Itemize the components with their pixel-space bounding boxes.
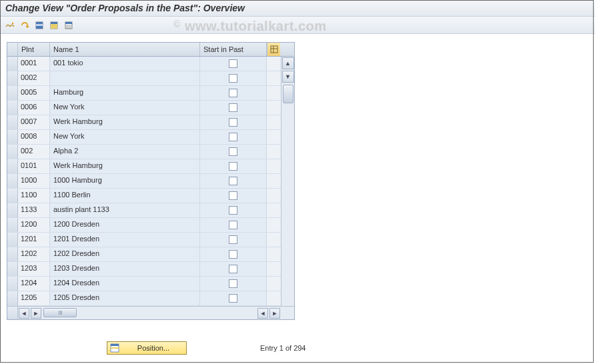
checkbox[interactable] — [229, 162, 237, 171]
scroll-up-button[interactable]: ▲ — [282, 57, 294, 69]
row-selector-header[interactable] — [7, 43, 18, 56]
cell-name[interactable]: 1202 Dresden — [50, 247, 200, 261]
scroll-left-button[interactable]: ◄ — [19, 308, 29, 319]
cell-name[interactable]: 001 tokio — [50, 57, 200, 71]
select-block-button[interactable] — [48, 19, 60, 31]
cell-plnt[interactable]: 1203 — [18, 262, 50, 276]
column-header-name[interactable]: Name 1 — [50, 43, 200, 56]
cell-start[interactable] — [200, 145, 267, 159]
scroll-right-end-button[interactable]: ► — [269, 308, 280, 319]
cell-plnt[interactable]: 0007 — [18, 115, 50, 129]
row-selector[interactable] — [7, 115, 18, 129]
row-selector[interactable] — [7, 101, 18, 115]
cell-plnt[interactable]: 1100 — [18, 189, 50, 203]
checkbox[interactable] — [229, 147, 237, 156]
cell-start[interactable] — [200, 57, 267, 71]
cell-plnt[interactable]: 0001 — [18, 57, 50, 71]
cell-name[interactable]: 1100 Berlin — [50, 189, 200, 203]
row-selector[interactable] — [7, 145, 18, 159]
cell-name[interactable]: New York — [50, 101, 200, 115]
cell-start[interactable] — [200, 203, 267, 217]
checkbox[interactable] — [229, 103, 237, 112]
checkbox[interactable] — [229, 294, 237, 303]
deselect-all-button[interactable] — [63, 19, 75, 31]
cell-plnt[interactable]: 1201 — [18, 233, 50, 247]
checkbox[interactable] — [229, 221, 237, 229]
row-selector[interactable] — [7, 291, 18, 305]
checkbox[interactable] — [229, 74, 237, 83]
cell-name[interactable]: 1200 Dresden — [50, 218, 200, 232]
row-selector[interactable] — [7, 71, 18, 85]
select-all-button[interactable] — [33, 19, 45, 31]
cell-name[interactable]: Werk Hamburg — [50, 159, 200, 173]
cell-start[interactable] — [200, 262, 267, 276]
table-config-button[interactable] — [267, 43, 280, 56]
cell-name[interactable]: austin plant 1133 — [50, 203, 200, 217]
cell-start[interactable] — [200, 86, 267, 100]
scroll-left-end-button[interactable]: ◄ — [257, 308, 268, 319]
cell-start[interactable] — [200, 159, 267, 173]
checkbox[interactable] — [229, 250, 237, 259]
vertical-scrollbar[interactable]: ▲ ▼ — [281, 57, 294, 306]
cell-plnt[interactable]: 0005 — [18, 86, 50, 100]
checkbox[interactable] — [229, 59, 237, 68]
cell-start[interactable] — [200, 71, 267, 85]
hscroll-track[interactable] — [43, 308, 163, 319]
cell-plnt[interactable]: 0008 — [18, 130, 50, 144]
cell-start[interactable] — [200, 101, 267, 115]
cell-start[interactable] — [200, 189, 267, 203]
checkbox[interactable] — [229, 118, 237, 127]
row-selector[interactable] — [7, 189, 18, 203]
cell-start[interactable] — [200, 130, 267, 144]
row-selector[interactable] — [7, 57, 18, 71]
checkbox[interactable] — [229, 177, 237, 185]
cell-plnt[interactable]: 0002 — [18, 71, 50, 85]
checkbox[interactable] — [229, 133, 237, 141]
position-button[interactable]: Position... — [107, 341, 187, 355]
row-selector[interactable] — [7, 159, 18, 173]
cell-name[interactable]: Werk Hamburg — [50, 115, 200, 129]
cell-name[interactable]: 1204 Dresden — [50, 277, 200, 291]
row-selector[interactable] — [7, 86, 18, 100]
cell-plnt[interactable]: 0006 — [18, 101, 50, 115]
cell-start[interactable] — [200, 218, 267, 232]
scroll-down-button[interactable]: ▼ — [282, 71, 294, 83]
cell-plnt[interactable]: 0101 — [18, 159, 50, 173]
column-header-start[interactable]: Start in Past — [200, 43, 267, 56]
cell-name[interactable]: New York — [50, 130, 200, 144]
hscroll-thumb[interactable] — [43, 308, 77, 317]
row-selector[interactable] — [7, 203, 18, 217]
cell-plnt[interactable]: 1133 — [18, 203, 50, 217]
row-selector[interactable] — [7, 247, 18, 261]
vscroll-thumb[interactable] — [283, 85, 293, 103]
checkbox[interactable] — [229, 206, 237, 215]
cell-name[interactable]: 1205 Dresden — [50, 291, 200, 305]
scroll-right-button[interactable]: ► — [31, 308, 41, 319]
cell-plnt[interactable]: 1204 — [18, 277, 50, 291]
cell-name[interactable]: Hamburg — [50, 86, 200, 100]
row-selector[interactable] — [7, 174, 18, 188]
row-selector[interactable] — [7, 277, 18, 291]
cell-start[interactable] — [200, 291, 267, 305]
row-selector[interactable] — [7, 262, 18, 276]
undo-button[interactable] — [19, 19, 31, 31]
cell-plnt[interactable]: 1202 — [18, 247, 50, 261]
row-selector[interactable] — [7, 233, 18, 247]
cell-name[interactable]: 1000 Hamburg — [50, 174, 200, 188]
cell-name[interactable] — [50, 71, 200, 85]
row-selector[interactable] — [7, 130, 18, 144]
cell-name[interactable]: 1203 Dresden — [50, 262, 200, 276]
cell-start[interactable] — [200, 277, 267, 291]
row-selector[interactable] — [7, 218, 18, 232]
checkbox[interactable] — [229, 235, 237, 244]
other-view-button[interactable] — [4, 19, 16, 31]
cell-start[interactable] — [200, 115, 267, 129]
cell-start[interactable] — [200, 174, 267, 188]
cell-plnt[interactable]: 1200 — [18, 218, 50, 232]
cell-name[interactable]: Alpha 2 — [50, 145, 200, 159]
cell-plnt[interactable]: 1205 — [18, 291, 50, 305]
cell-plnt[interactable]: 1000 — [18, 174, 50, 188]
checkbox[interactable] — [229, 89, 237, 97]
checkbox[interactable] — [229, 279, 237, 288]
checkbox[interactable] — [229, 191, 237, 200]
